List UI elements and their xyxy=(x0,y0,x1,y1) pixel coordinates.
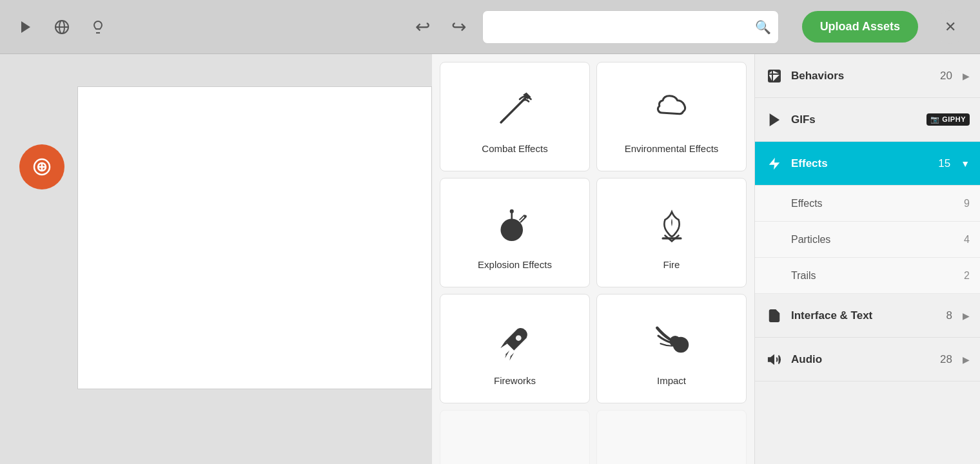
effects-label: Effects xyxy=(791,157,930,170)
sidebar-item-audio[interactable]: Audio 28 ▶ xyxy=(755,338,980,382)
placeholder-card-1[interactable] xyxy=(440,410,590,464)
audio-count: 28 xyxy=(940,353,952,366)
behaviors-chevron: ▶ xyxy=(963,71,970,81)
redo-icon[interactable]: ↪ xyxy=(446,14,472,40)
main-content: Combat Effects Environmental Effects xyxy=(0,54,980,464)
svg-marker-23 xyxy=(769,355,774,363)
combat-effects-icon xyxy=(489,82,541,134)
effects-sub-label: Effects xyxy=(791,198,964,209)
svg-marker-20 xyxy=(769,157,780,169)
trails-count: 2 xyxy=(964,270,970,282)
svg-point-12 xyxy=(524,215,526,217)
canvas-area xyxy=(77,86,432,389)
interface-text-label: Interface & Text xyxy=(791,309,939,322)
combat-effects-card[interactable]: Combat Effects xyxy=(440,62,590,171)
logo xyxy=(19,144,64,189)
lightbulb-icon[interactable] xyxy=(85,14,111,40)
explosion-effects-icon xyxy=(489,198,541,250)
behaviors-count: 20 xyxy=(940,70,952,82)
svg-marker-0 xyxy=(21,21,30,33)
environmental-effects-icon xyxy=(646,82,698,134)
combat-effects-label: Combat Effects xyxy=(482,143,547,154)
toolbar: ↩ ↪ 🔍 Upload Assets ✕ xyxy=(0,0,980,54)
effects-icon xyxy=(765,155,783,173)
audio-icon xyxy=(765,351,783,369)
undo-icon[interactable]: ↩ xyxy=(410,14,436,40)
interface-text-icon xyxy=(765,307,783,325)
fire-icon xyxy=(646,198,698,250)
explosion-effects-label: Explosion Effects xyxy=(478,259,552,270)
right-sidebar: Behaviors 20 ▶ GIFs 📷 GIPHY Effects 15 xyxy=(754,54,980,464)
effects-chevron: ▼ xyxy=(961,159,970,169)
fire-label: Fire xyxy=(663,259,680,270)
asset-grid: Combat Effects Environmental Effects xyxy=(432,54,754,464)
impact-card[interactable]: Impact xyxy=(596,294,747,403)
interface-text-chevron: ▶ xyxy=(963,311,970,321)
fireworks-card[interactable]: Fireworks xyxy=(440,294,590,403)
fire-card[interactable]: Fire xyxy=(596,178,747,287)
search-icon[interactable]: 🔍 xyxy=(755,19,771,35)
impact-icon xyxy=(646,314,698,366)
environmental-effects-card[interactable]: Environmental Effects xyxy=(596,62,747,171)
interface-text-count: 8 xyxy=(946,309,952,322)
svg-marker-19 xyxy=(770,114,779,125)
close-button[interactable]: ✕ xyxy=(934,10,967,44)
gifs-icon xyxy=(765,111,783,129)
globe-icon[interactable] xyxy=(49,14,75,40)
particles-count: 4 xyxy=(964,234,970,246)
giphy-badge: 📷 GIPHY xyxy=(926,113,970,126)
sidebar-subitem-particles[interactable]: Particles 4 xyxy=(755,222,980,258)
placeholder-card-2[interactable] xyxy=(596,410,747,464)
trails-label: Trails xyxy=(791,270,964,282)
sidebar-item-interface-text[interactable]: Interface & Text 8 ▶ xyxy=(755,294,980,338)
environmental-effects-label: Environmental Effects xyxy=(625,143,719,154)
play-icon[interactable] xyxy=(13,14,39,40)
search-container: 🔍 xyxy=(482,10,779,44)
fireworks-icon xyxy=(489,314,541,366)
sidebar-item-behaviors[interactable]: Behaviors 20 ▶ xyxy=(755,54,980,98)
impact-label: Impact xyxy=(657,375,686,386)
audio-chevron: ▶ xyxy=(963,354,970,365)
particles-label: Particles xyxy=(791,234,964,246)
gifs-label: GIFs xyxy=(791,113,914,126)
audio-label: Audio xyxy=(791,353,932,366)
svg-point-7 xyxy=(502,220,522,240)
sidebar-item-gifs[interactable]: GIFs 📷 GIPHY xyxy=(755,98,980,142)
sidebar-item-effects[interactable]: Effects 15 ▼ xyxy=(755,142,980,186)
sidebar-subitem-effects[interactable]: Effects 9 xyxy=(755,186,980,222)
upload-assets-button[interactable]: Upload Assets xyxy=(802,11,918,43)
behaviors-label: Behaviors xyxy=(791,70,932,82)
explosion-effects-card[interactable]: Explosion Effects xyxy=(440,178,590,287)
sidebar-subitem-trails[interactable]: Trails 2 xyxy=(755,258,980,294)
effects-count: 15 xyxy=(938,157,950,170)
left-panel xyxy=(0,54,432,464)
search-input[interactable] xyxy=(482,10,779,44)
fireworks-label: Fireworks xyxy=(494,375,536,386)
svg-point-16 xyxy=(515,335,521,341)
effects-sub-count: 9 xyxy=(964,198,970,209)
svg-point-9 xyxy=(509,209,513,213)
behaviors-icon xyxy=(765,67,783,85)
